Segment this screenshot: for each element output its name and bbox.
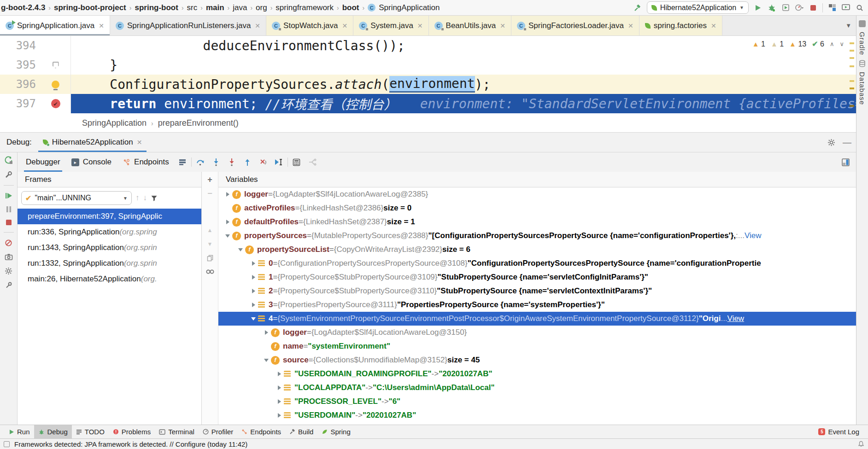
close-icon[interactable]: ✕	[137, 139, 142, 146]
remove-watch-icon[interactable]: −	[207, 190, 212, 197]
chevron-collapsed-icon[interactable]	[249, 261, 258, 266]
show-watches-icon[interactable]	[206, 269, 214, 274]
variable-row[interactable]: 1 = {PropertySource$StubPropertySource@3…	[218, 270, 856, 284]
chevron-collapsed-icon[interactable]	[275, 385, 284, 390]
layout-icon[interactable]	[839, 156, 852, 169]
toolwindow-button-run[interactable]: Run	[5, 425, 34, 439]
editor-line[interactable]: 397✔ return environment; //环境查看（控制台） env…	[0, 94, 856, 113]
frame-row[interactable]: run:336, SpringApplication (org.spring	[18, 224, 201, 240]
stop-button[interactable]	[809, 3, 818, 12]
move-up-icon[interactable]: ▲	[207, 227, 213, 233]
toolwindow-button-todo[interactable]: TODO	[72, 425, 109, 439]
stop-button[interactable]	[6, 219, 12, 226]
gutter[interactable]: ✔	[41, 94, 71, 113]
run-configuration-select[interactable]: Hibernate52Application ▼	[647, 1, 749, 14]
build-hammer-icon[interactable]	[633, 3, 642, 12]
chevron-collapsed-icon[interactable]	[275, 399, 284, 404]
tool-windows-icon[interactable]	[827, 3, 837, 12]
tab-console[interactable]: ▸ Console	[67, 152, 116, 172]
rerun-button[interactable]	[5, 156, 13, 164]
next-problem-icon[interactable]: ∨	[839, 41, 844, 47]
drop-frame-button[interactable]	[256, 156, 270, 169]
frame-up-icon[interactable]: ↑	[135, 193, 140, 203]
settings-gear-icon[interactable]	[5, 267, 12, 275]
variable-row[interactable]: 0 = {ConfigurationPropertySourcesPropert…	[218, 257, 856, 270]
breadcrumb-method[interactable]: prepareEnvironment()	[158, 118, 239, 128]
frame-row[interactable]: main:26, Hibernate52Application (org.	[18, 271, 201, 287]
filter-icon[interactable]	[151, 195, 158, 202]
chevron-collapsed-icon[interactable]	[249, 303, 258, 307]
variable-row[interactable]: "USERDOMAIN_ROAMINGPROFILE" -> "20201027…	[218, 367, 856, 381]
view-link[interactable]: View	[745, 231, 762, 240]
settings-gear-icon[interactable]	[827, 139, 835, 146]
error-stripe[interactable]	[849, 36, 855, 114]
toolwindow-button-build[interactable]: Build	[285, 425, 317, 439]
pause-button[interactable]	[6, 206, 12, 213]
close-icon[interactable]: ✕	[417, 22, 423, 29]
close-icon[interactable]: ✕	[342, 22, 348, 29]
breadcrumb-item[interactable]: g-boot-2.4.3	[0, 3, 46, 12]
editor-line[interactable]: 396 ConfigurationPropertySources.attach(…	[0, 75, 856, 94]
screenshot-camera-icon[interactable]	[5, 253, 13, 261]
chevron-collapsed-icon[interactable]	[275, 372, 284, 376]
breadcrumb-item[interactable]: spring-boot-project	[53, 3, 127, 12]
frame-row[interactable]: run:1343, SpringApplication (org.sprin	[18, 240, 201, 256]
resume-button[interactable]	[5, 192, 12, 199]
status-message[interactable]: Frameworks detected: JPA framework is de…	[14, 440, 247, 448]
editor-tab[interactable]: CStopWatch.java✕	[266, 16, 353, 35]
hide-toolwindow-icon[interactable]: —	[843, 137, 851, 147]
toolwindow-button-endpoints[interactable]: Endpoints	[237, 425, 285, 439]
running-process-monitor-icon[interactable]	[841, 3, 850, 12]
toolwindow-button-spring[interactable]: Spring	[317, 425, 354, 439]
line-number[interactable]: 396	[0, 78, 41, 91]
close-icon[interactable]: ✕	[255, 22, 260, 29]
variable-row[interactable]: 2 = {PropertySource$StubPropertySource@3…	[218, 284, 856, 298]
move-down-icon[interactable]: ▼	[207, 241, 213, 247]
thread-selector[interactable]: ✔ "main"...UNNING ▼	[21, 191, 132, 205]
line-number[interactable]: 395	[0, 58, 41, 71]
editor-tab[interactable]: CBeanUtils.java✕	[429, 16, 511, 35]
editor-tab[interactable]: CSpringApplicationRunListeners.java✕	[110, 16, 266, 35]
mute-breakpoints-button[interactable]	[5, 239, 12, 247]
variable-row[interactable]: "USERDOMAIN" -> "20201027AB"	[218, 408, 856, 422]
breadcrumb-item[interactable]: java	[232, 3, 248, 12]
variable-row[interactable]: fdefaultProfiles = {LinkedHashSet@2387} …	[218, 215, 856, 229]
toolwindow-button-database[interactable]: Database	[858, 72, 866, 105]
chevron-expanded-icon[interactable]	[223, 234, 232, 238]
toolwindow-button-gradle[interactable]: Gradle	[858, 32, 866, 55]
chevron-expanded-icon[interactable]	[262, 359, 271, 362]
gutter[interactable]	[41, 75, 71, 94]
database-icon[interactable]	[859, 60, 866, 67]
editor-tab[interactable]: spring.factories✕	[639, 16, 722, 35]
variable-row[interactable]: fname = "systemEnvironment"	[218, 339, 856, 353]
frame-down-icon[interactable]: ↓	[143, 193, 147, 203]
frame-row[interactable]: run:1332, SpringApplication (org.sprin	[18, 256, 201, 271]
variable-row[interactable]: fpropertySources = {MutablePropertySourc…	[218, 229, 856, 243]
trace-stream-button[interactable]	[305, 156, 319, 169]
run-button[interactable]	[753, 3, 762, 12]
force-step-into-button[interactable]	[225, 156, 239, 169]
duplicate-icon[interactable]	[207, 255, 213, 262]
debug-button[interactable]	[767, 3, 776, 12]
step-out-button[interactable]	[240, 156, 254, 169]
close-icon[interactable]: ✕	[99, 22, 104, 29]
breadcrumb-item[interactable]: org	[255, 3, 268, 12]
chevron-expanded-icon[interactable]	[236, 248, 245, 251]
toolwindow-button-profiler[interactable]: Profiler	[199, 425, 238, 439]
editor-line[interactable]: 394 deduceEnvironmentClass());	[0, 36, 856, 55]
variable-row[interactable]: 3 = {PropertiesPropertySource@3111} "Pro…	[218, 298, 856, 312]
breadcrumb-item[interactable]: src	[186, 3, 199, 12]
variable-row[interactable]: 4 = {SystemEnvironmentPropertySourceEnvi…	[218, 312, 856, 326]
breadcrumb-class[interactable]: SpringApplication	[82, 118, 147, 128]
fold-marker-icon[interactable]	[53, 62, 59, 69]
variable-row[interactable]: fpropertySourceList = {CopyOnWriteArrayL…	[218, 243, 856, 257]
toolwindow-button-debug[interactable]: Debug	[34, 425, 72, 439]
frame-row[interactable]: prepareEnvironment:397, SpringApplic	[18, 209, 201, 224]
breadcrumb-item[interactable]: spring-boot	[134, 3, 179, 12]
gutter[interactable]	[41, 36, 71, 55]
close-icon[interactable]: ✕	[628, 22, 633, 29]
intention-bulb-icon[interactable]	[52, 81, 59, 88]
layout-settings-icon[interactable]	[176, 156, 189, 169]
chevron-collapsed-icon[interactable]	[249, 275, 258, 280]
breadcrumb-item[interactable]: SpringApplication	[378, 3, 440, 12]
